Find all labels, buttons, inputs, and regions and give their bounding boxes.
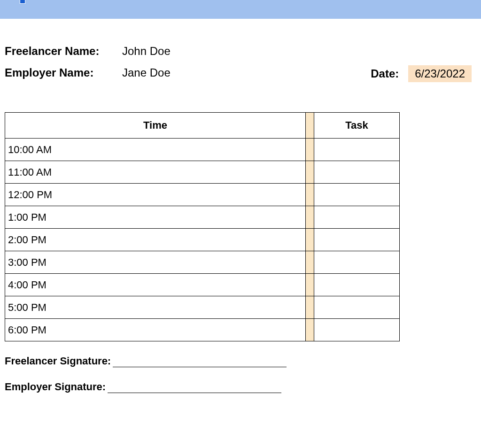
gap-cell (306, 251, 314, 274)
freelancer-signature-label: Freelancer Signature: (5, 355, 111, 367)
document-body: Freelancer Name: John Doe Employer Name:… (0, 45, 481, 393)
gap-cell (306, 319, 314, 341)
gap-cell (306, 296, 314, 319)
selection-handle[interactable] (20, 0, 25, 4)
time-cell[interactable]: 1:00 PM (5, 206, 306, 229)
table-row: 2:00 PM (5, 229, 400, 251)
task-cell[interactable] (314, 319, 400, 341)
task-cell[interactable] (314, 161, 400, 184)
freelancer-row: Freelancer Name: John Doe (5, 45, 476, 58)
date-value[interactable]: 6/23/2022 (408, 65, 472, 82)
time-cell[interactable]: 5:00 PM (5, 296, 306, 319)
time-cell[interactable]: 6:00 PM (5, 319, 306, 341)
signature-block: Freelancer Signature: Employer Signature… (5, 355, 476, 393)
table-row: 1:00 PM (5, 206, 400, 229)
date-group: Date: 6/23/2022 (371, 65, 472, 82)
time-cell[interactable]: 10:00 AM (5, 139, 306, 161)
employer-name-value[interactable]: Jane Doe (122, 66, 171, 79)
table-row: 12:00 PM (5, 184, 400, 206)
time-cell[interactable]: 2:00 PM (5, 229, 306, 251)
task-cell[interactable] (314, 274, 400, 296)
info-block: Freelancer Name: John Doe Employer Name:… (5, 45, 476, 79)
table-row: 5:00 PM (5, 296, 400, 319)
task-cell[interactable] (314, 184, 400, 206)
gap-cell (306, 161, 314, 184)
employer-signature-label: Employer Signature: (5, 381, 106, 393)
employer-signature-row: Employer Signature: (5, 380, 476, 393)
table-body: 10:00 AM 11:00 AM 12:00 PM 1:00 PM 2:00 (5, 139, 400, 341)
freelancer-signature-row: Freelancer Signature: (5, 355, 476, 367)
table-row: 10:00 AM (5, 139, 400, 161)
table-row: 11:00 AM (5, 161, 400, 184)
col-header-task: Task (314, 113, 400, 139)
table-row: 6:00 PM (5, 319, 400, 341)
col-header-gap (306, 113, 314, 139)
gap-cell (306, 184, 314, 206)
gap-cell (306, 229, 314, 251)
col-header-time: Time (5, 113, 306, 139)
task-cell[interactable] (314, 251, 400, 274)
freelancer-signature-line[interactable] (113, 355, 287, 367)
task-cell[interactable] (314, 296, 400, 319)
time-cell[interactable]: 3:00 PM (5, 251, 306, 274)
freelancer-name-label: Freelancer Name: (5, 45, 122, 58)
table-row: 3:00 PM (5, 251, 400, 274)
employer-signature-line[interactable] (108, 380, 281, 393)
timesheet-table: Time Task 10:00 AM 11:00 AM 12:00 PM (5, 112, 400, 341)
time-cell[interactable]: 12:00 PM (5, 184, 306, 206)
date-label: Date: (371, 67, 399, 80)
table-row: 4:00 PM (5, 274, 400, 296)
freelancer-name-value[interactable]: John Doe (122, 45, 171, 58)
gap-cell (306, 139, 314, 161)
task-cell[interactable] (314, 229, 400, 251)
selection-bar (0, 0, 481, 19)
time-cell[interactable]: 11:00 AM (5, 161, 306, 184)
employer-name-label: Employer Name: (5, 66, 122, 79)
time-cell[interactable]: 4:00 PM (5, 274, 306, 296)
table-header-row: Time Task (5, 113, 400, 139)
task-cell[interactable] (314, 139, 400, 161)
gap-cell (306, 206, 314, 229)
gap-cell (306, 274, 314, 296)
task-cell[interactable] (314, 206, 400, 229)
